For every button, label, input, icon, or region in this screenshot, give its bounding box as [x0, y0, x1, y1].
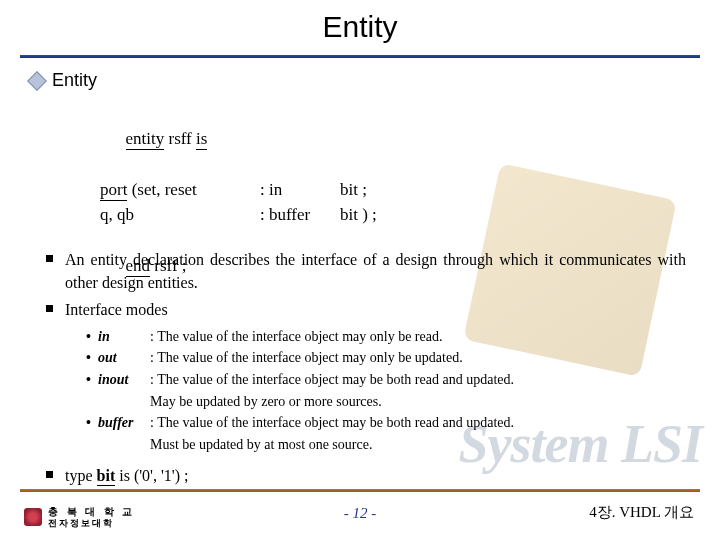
bullet-list: An entity declaration describes the inte…: [46, 248, 686, 491]
dot-bullet-icon: •: [86, 369, 98, 391]
list-item: • in : The value of the interface object…: [86, 326, 686, 348]
list-item: • inout : The value of the interface obj…: [86, 369, 686, 391]
dot-bullet-icon: •: [86, 326, 98, 348]
diamond-icon: [27, 71, 47, 91]
list-item: Interface modes: [46, 298, 686, 321]
list-item: • out : The value of the interface objec…: [86, 347, 686, 369]
slide-title: Entity: [0, 10, 720, 44]
section-header: Entity: [30, 70, 97, 91]
footer: 충 북 대 학 교 전자정보대학 - 12 - 4장. VHDL 개요: [0, 498, 720, 528]
square-bullet-icon: [46, 305, 53, 312]
dot-bullet-icon: •: [86, 412, 98, 434]
list-item-cont: May be updated by zero or more sources.: [86, 391, 686, 413]
chapter-label: 4장. VHDL 개요: [589, 503, 694, 522]
section-title: Entity: [52, 70, 97, 91]
list-item: • buffer : The value of the interface ob…: [86, 412, 686, 434]
list-item-cont: Must be updated by at most one source.: [86, 434, 686, 456]
list-item: type bit is ('0', '1') ;: [46, 464, 686, 487]
dot-bullet-icon: •: [86, 347, 98, 369]
title-rule: [20, 55, 700, 58]
footer-rule: [20, 489, 700, 492]
list-item: An entity declaration describes the inte…: [46, 248, 686, 294]
square-bullet-icon: [46, 255, 53, 262]
square-bullet-icon: [46, 471, 53, 478]
